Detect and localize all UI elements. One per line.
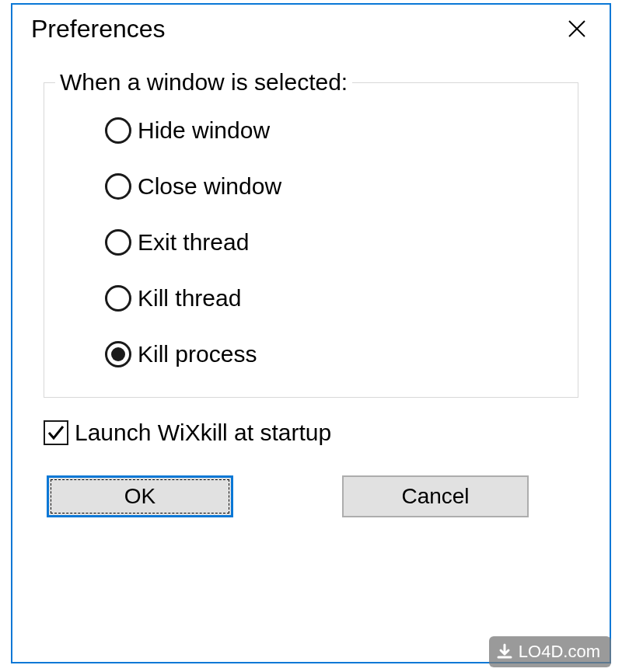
button-row: OK Cancel [44, 475, 578, 517]
fieldset-legend: When a window is selected: [55, 69, 352, 96]
action-fieldset: When a window is selected: Hide window C… [44, 82, 578, 398]
radio-icon [105, 173, 131, 200]
launch-at-startup-checkbox[interactable]: Launch WiXkill at startup [44, 420, 578, 446]
button-label: Cancel [401, 484, 469, 509]
dialog-body: When a window is selected: Hide window C… [12, 53, 610, 533]
close-button[interactable] [558, 10, 596, 47]
radio-exit-thread[interactable]: Exit thread [105, 229, 562, 256]
radio-icon [105, 285, 131, 312]
radio-hide-window[interactable]: Hide window [105, 117, 562, 144]
button-label: OK [124, 484, 156, 509]
radio-label: Exit thread [138, 229, 249, 256]
radio-icon [105, 117, 131, 144]
close-icon [568, 19, 586, 38]
radio-close-window[interactable]: Close window [105, 173, 562, 200]
checkmark-icon [47, 423, 65, 442]
checkbox-label: Launch WiXkill at startup [75, 420, 331, 446]
download-icon [495, 642, 514, 661]
radio-icon [105, 229, 131, 256]
radio-label: Close window [138, 173, 281, 200]
dialog-title: Preferences [31, 15, 166, 44]
ok-button[interactable]: OK [47, 475, 233, 517]
radio-kill-process[interactable]: Kill process [105, 341, 562, 367]
radio-kill-thread[interactable]: Kill thread [105, 285, 562, 312]
radio-label: Kill thread [138, 285, 241, 312]
radio-icon [105, 341, 131, 367]
titlebar: Preferences [12, 5, 610, 53]
radio-label: Hide window [138, 117, 270, 144]
radio-label: Kill process [138, 341, 257, 367]
radio-group: Hide window Close window Exit thread Kil… [60, 103, 562, 367]
watermark-text: LO4D.com [519, 642, 600, 662]
cancel-button[interactable]: Cancel [342, 475, 529, 517]
watermark: LO4D.com [489, 636, 611, 667]
preferences-dialog: Preferences When a window is selected: H… [11, 3, 611, 663]
checkbox-icon [44, 420, 68, 445]
